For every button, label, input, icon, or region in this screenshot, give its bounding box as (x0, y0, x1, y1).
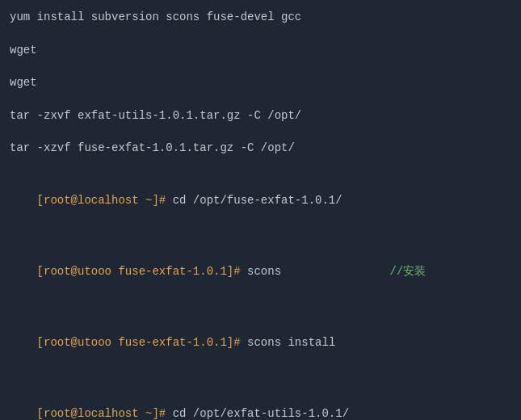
empty-2 (10, 27, 511, 41)
comment-13: //安装 (390, 265, 426, 278)
line-17: [root@localhost ~]# cd /opt/exfat-utils-… (10, 386, 511, 420)
terminal-window: yum install subversion scons fuse-devel … (0, 0, 521, 420)
line-5: wget (10, 74, 511, 93)
empty-14 (10, 301, 511, 315)
line-13: [root@utooo fuse-exfat-1.0.1]# scons //安… (10, 243, 511, 300)
empty-6 (10, 93, 511, 107)
line-3: wget (10, 41, 511, 61)
line-1: yum install subversion scons fuse-devel … (10, 8, 511, 27)
line-11: [root@localhost ~]# cd /opt/fuse-exfat-1… (10, 172, 511, 229)
spacing-13 (281, 265, 389, 278)
cmd-13: scons (247, 265, 281, 278)
empty-4 (10, 60, 511, 74)
empty-16 (10, 372, 511, 386)
prompt-17: [root@localhost ~]# (37, 407, 173, 420)
cmd-15: scons install (247, 336, 335, 349)
line-15: [root@utooo fuse-exfat-1.0.1]# scons ins… (10, 314, 511, 372)
line-7: tar -zxvf exfat-utils-1.0.1.tar.gz -C /o… (10, 107, 511, 126)
line-9: tar -xzvf fuse-exfat-1.0.1.tar.gz -C /op… (10, 139, 511, 158)
empty-10 (10, 158, 511, 172)
prompt-11: [root@localhost ~]# (37, 194, 173, 207)
prompt-13: [root@utooo fuse-exfat-1.0.1]# (37, 265, 247, 278)
cmd-11: cd /opt/fuse-exfat-1.0.1/ (173, 194, 342, 207)
cmd-17: cd /opt/exfat-utils-1.0.1/ (173, 407, 349, 420)
prompt-15: [root@utooo fuse-exfat-1.0.1]# (37, 336, 247, 349)
empty-12 (10, 229, 511, 243)
empty-8 (10, 126, 511, 140)
